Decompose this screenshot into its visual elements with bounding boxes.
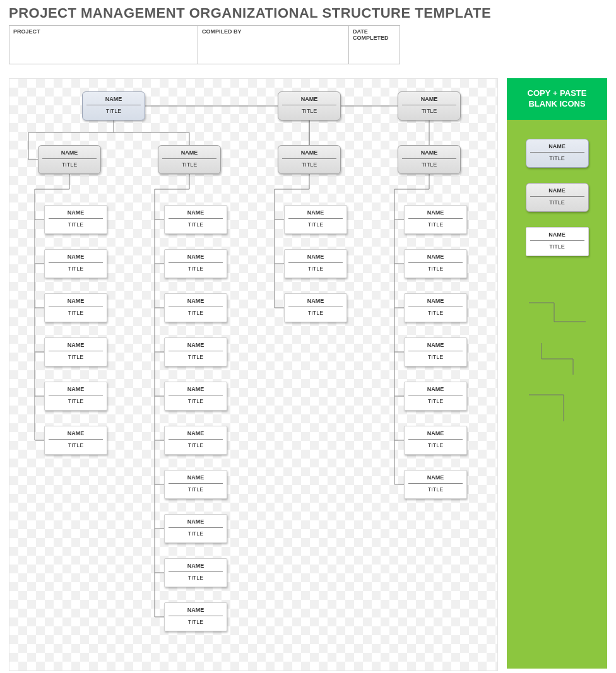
org-node-title: TITLE (526, 155, 588, 161)
connector-sample-3[interactable] (529, 390, 586, 421)
org-node[interactable]: NAMETITLE (164, 470, 227, 499)
org-node-title: TITLE (285, 221, 346, 228)
org-node-name: NAME (45, 298, 107, 304)
org-node[interactable]: NAMETITLE (278, 145, 341, 174)
compiled-by-input[interactable] (198, 36, 348, 57)
org-node[interactable]: NAMETITLE (164, 602, 227, 631)
org-node-title: TITLE (285, 266, 346, 272)
palette-header-line2: BLANK ICONS (511, 99, 603, 110)
org-node[interactable]: NAMETITLE (164, 514, 227, 543)
org-node-title: TITLE (405, 354, 466, 360)
org-node-title: TITLE (165, 398, 227, 404)
palette-node-white[interactable]: NAMETITLE (526, 227, 589, 256)
org-node-name: NAME (285, 254, 346, 260)
org-node-title: TITLE (405, 442, 466, 448)
org-node-title: TITLE (405, 266, 466, 272)
org-node-name: NAME (45, 342, 107, 348)
org-node-title: TITLE (405, 486, 466, 493)
org-node-name: NAME (526, 231, 588, 238)
palette-header: COPY + PASTE BLANK ICONS (507, 78, 607, 120)
org-node[interactable]: NAMETITLE (284, 249, 347, 278)
org-node-name: NAME (278, 149, 340, 156)
org-node[interactable]: NAMETITLE (164, 337, 227, 366)
palette-node-blue[interactable]: NAMETITLE (526, 139, 589, 168)
org-node-name: NAME (45, 386, 107, 392)
org-node-name: NAME (45, 254, 107, 260)
org-node-name: NAME (165, 386, 227, 392)
org-node-name: NAME (285, 298, 346, 304)
org-node-title: TITLE (45, 442, 107, 448)
org-node-name: NAME (405, 254, 466, 260)
connector-sample-1[interactable] (529, 296, 586, 328)
org-node[interactable]: NAMETITLE (398, 145, 461, 174)
org-node[interactable]: NAMETITLE (284, 205, 347, 234)
org-node[interactable]: NAMETITLE (404, 337, 467, 366)
org-node-name: NAME (165, 607, 227, 613)
org-node-title: TITLE (398, 161, 460, 168)
org-node-name: NAME (405, 209, 466, 216)
org-node[interactable]: NAMETITLE (284, 293, 347, 322)
page-title: PROJECT MANAGEMENT ORGANIZATIONAL STRUCT… (9, 5, 607, 21)
org-node[interactable]: NAMETITLE (164, 558, 227, 587)
project-input[interactable] (9, 36, 198, 57)
org-node-name: NAME (165, 474, 227, 481)
org-node-name: NAME (165, 563, 227, 569)
org-node[interactable]: NAMETITLE (398, 91, 461, 120)
org-node-title: TITLE (526, 199, 588, 206)
palette-node-grey[interactable]: NAMETITLE (526, 183, 589, 212)
org-node-name: NAME (165, 298, 227, 304)
org-node[interactable]: NAMETITLE (82, 91, 145, 120)
org-node-title: TITLE (278, 161, 340, 168)
org-node-title: TITLE (165, 530, 227, 537)
org-node-title: TITLE (45, 221, 107, 228)
org-node[interactable]: NAMETITLE (164, 382, 227, 411)
org-node[interactable]: NAMETITLE (158, 145, 221, 174)
org-node[interactable]: NAMETITLE (164, 293, 227, 322)
org-node-title: TITLE (165, 619, 227, 625)
org-node[interactable]: NAMETITLE (44, 293, 107, 322)
org-node[interactable]: NAMETITLE (164, 249, 227, 278)
org-node-name: NAME (405, 386, 466, 392)
palette-header-line1: COPY + PASTE (511, 88, 603, 99)
org-node-name: NAME (285, 209, 346, 216)
org-node[interactable]: NAMETITLE (278, 91, 341, 120)
org-node-title: TITLE (165, 310, 227, 316)
org-node-title: TITLE (38, 161, 100, 168)
org-node-name: NAME (165, 342, 227, 348)
org-node-name: NAME (526, 143, 588, 149)
org-node-name: NAME (158, 149, 220, 156)
date-completed-input[interactable] (349, 42, 400, 64)
org-node[interactable]: NAMETITLE (38, 145, 101, 174)
org-node[interactable]: NAMETITLE (44, 337, 107, 366)
org-node[interactable]: NAMETITLE (404, 249, 467, 278)
org-node[interactable]: NAMETITLE (404, 382, 467, 411)
connector-sample-2[interactable] (529, 343, 586, 375)
org-node-title: TITLE (165, 354, 227, 360)
org-node[interactable]: NAMETITLE (44, 205, 107, 234)
org-node[interactable]: NAMETITLE (164, 426, 227, 455)
org-node-name: NAME (398, 149, 460, 156)
org-node[interactable]: NAMETITLE (404, 426, 467, 455)
org-node-title: TITLE (398, 108, 460, 114)
org-node-title: TITLE (165, 486, 227, 493)
compiled-by-label: COMPILED BY (198, 26, 348, 36)
org-node-name: NAME (526, 187, 588, 194)
org-node[interactable]: NAMETITLE (44, 382, 107, 411)
org-node[interactable]: NAMETITLE (404, 470, 467, 499)
org-node-name: NAME (45, 209, 107, 216)
org-node-name: NAME (405, 474, 466, 481)
org-node[interactable]: NAMETITLE (404, 293, 467, 322)
org-node-name: NAME (165, 430, 227, 436)
org-node-name: NAME (405, 430, 466, 436)
org-node-title: TITLE (165, 266, 227, 272)
org-node-title: TITLE (405, 221, 466, 228)
org-node-name: NAME (83, 96, 145, 102)
org-node-title: TITLE (278, 108, 340, 114)
org-node[interactable]: NAMETITLE (44, 249, 107, 278)
org-node[interactable]: NAMETITLE (404, 205, 467, 234)
org-node[interactable]: NAMETITLE (44, 426, 107, 455)
org-node-name: NAME (45, 430, 107, 436)
org-node-name: NAME (165, 254, 227, 260)
org-node[interactable]: NAMETITLE (164, 205, 227, 234)
org-chart-canvas[interactable]: NAMETITLENAMETITLENAMETITLENAMETITLENAME… (9, 78, 498, 671)
